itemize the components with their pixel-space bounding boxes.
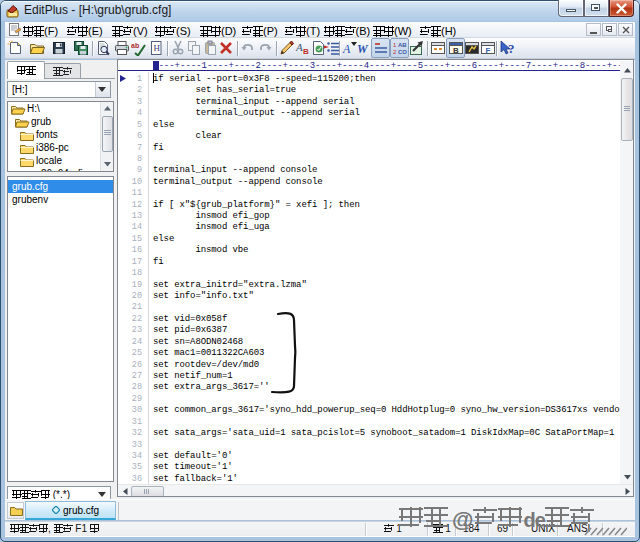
svg-text:F: F [486, 46, 491, 55]
svg-text:CO: CO [398, 49, 407, 55]
svg-text:A: A [295, 41, 303, 53]
svg-text:B: B [453, 46, 459, 55]
svg-text:H: H [154, 43, 161, 53]
svg-text:B: B [303, 47, 309, 56]
svg-text:W: W [357, 42, 369, 56]
svg-text:ab: ab [131, 42, 139, 49]
svg-text:1: 1 [393, 42, 397, 48]
svg-text:?: ? [508, 41, 515, 56]
svg-text:AB: AB [398, 42, 407, 48]
svg-text:A: A [342, 42, 351, 56]
svg-text:2: 2 [393, 49, 397, 55]
